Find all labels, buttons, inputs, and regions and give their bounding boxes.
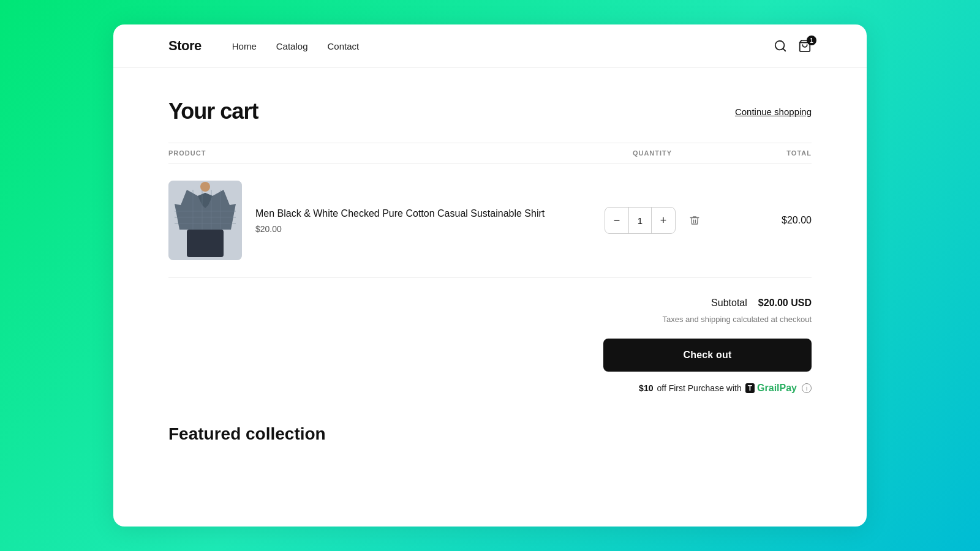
- column-quantity-label: QUANTITY: [591, 149, 714, 157]
- product-details: Men Black & White Checked Pure Cotton Ca…: [255, 207, 545, 234]
- grailpay-promo: $10 off First Purchase with TGrailPay i: [639, 383, 812, 394]
- product-image-svg: [168, 181, 242, 260]
- brand-logo: Store: [168, 38, 202, 54]
- subtotal-value: $20.00 USD: [758, 298, 812, 309]
- grailpay-info-icon[interactable]: i: [802, 383, 812, 393]
- trash-icon: [689, 215, 700, 226]
- item-total: $20.00: [714, 215, 812, 226]
- grailpay-t-icon: T: [745, 383, 755, 393]
- continue-shopping-button[interactable]: Continue shopping: [735, 107, 812, 117]
- product-info: Men Black & White Checked Pure Cotton Ca…: [168, 181, 591, 260]
- grailpay-discount: $10: [639, 383, 653, 393]
- grailpay-logo: TGrailPay: [745, 383, 797, 394]
- product-image: [168, 181, 242, 260]
- navbar: Store Home Catalog Contact 1: [113, 24, 867, 68]
- featured-collection-title: Featured collection: [168, 424, 812, 450]
- quantity-column: − 1 +: [591, 207, 714, 234]
- subtotal-section: Subtotal $20.00 USD Taxes and shipping c…: [168, 298, 812, 394]
- cart-page-content: Your cart Continue shopping PRODUCT QUAN…: [113, 68, 867, 474]
- subtotal-row: Subtotal $20.00 USD: [711, 298, 812, 309]
- subtotal-label: Subtotal: [711, 298, 747, 309]
- cart-button[interactable]: 1: [798, 39, 812, 53]
- quantity-decrease-button[interactable]: −: [605, 208, 628, 233]
- product-price: $20.00: [255, 224, 545, 234]
- nav-catalog[interactable]: Catalog: [276, 41, 308, 51]
- cart-title: Your cart: [168, 99, 258, 124]
- nav-home[interactable]: Home: [232, 41, 257, 51]
- nav-contact[interactable]: Contact: [327, 41, 359, 51]
- grailpay-mid-text: off First Purchase with: [657, 383, 741, 393]
- cart-item-row: Men Black & White Checked Pure Cotton Ca…: [168, 163, 812, 278]
- quantity-controls: − 1 +: [605, 207, 676, 234]
- quantity-increase-button[interactable]: +: [652, 208, 675, 233]
- tax-note: Taxes and shipping calculated at checkou…: [662, 315, 812, 324]
- cart-header-row: Your cart Continue shopping: [168, 99, 812, 124]
- cart-table-header: PRODUCT QUANTITY TOTAL: [168, 143, 812, 163]
- svg-rect-13: [187, 230, 224, 257]
- search-icon: [774, 39, 787, 53]
- cart-count-badge: 1: [807, 36, 816, 45]
- column-product-label: PRODUCT: [168, 149, 591, 157]
- checkout-button[interactable]: Check out: [603, 339, 812, 372]
- grailpay-name: GrailPay: [757, 383, 797, 394]
- search-button[interactable]: [774, 39, 787, 53]
- column-total-label: TOTAL: [714, 149, 812, 157]
- svg-point-14: [200, 182, 210, 192]
- quantity-value: 1: [628, 208, 652, 233]
- delete-item-button[interactable]: [689, 215, 700, 226]
- svg-line-1: [783, 48, 785, 51]
- product-name: Men Black & White Checked Pure Cotton Ca…: [255, 207, 545, 220]
- nav-icons: 1: [774, 39, 812, 53]
